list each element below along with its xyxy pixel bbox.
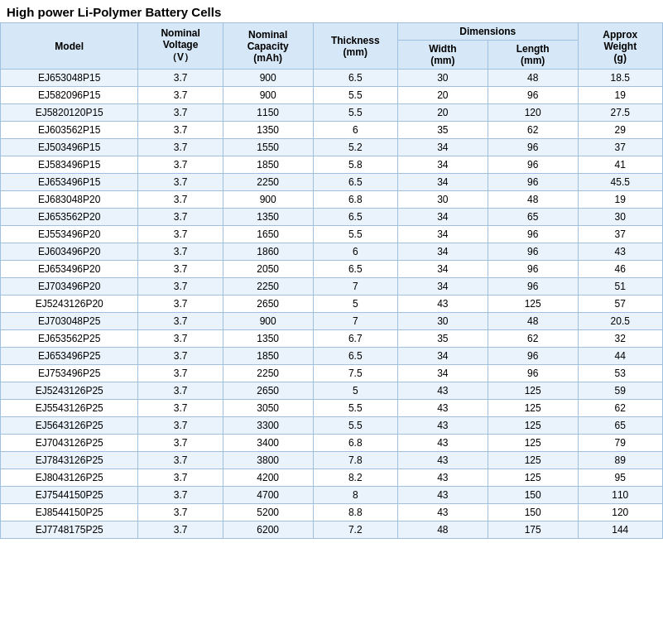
table-row: EJ553496P203.716505.5349637 [1, 226, 663, 243]
col-width: Width (mm) [397, 41, 488, 70]
table-row: EJ7043126P253.734006.84312579 [1, 435, 663, 452]
table-row: EJ583496P153.718505.8349641 [1, 156, 663, 174]
col-capacity: Nominal Capacity (mAh) [223, 23, 313, 70]
table-row: EJ7748175P253.762007.248175144 [1, 521, 663, 539]
table-row: EJ653048P153.79006.5304818.5 [1, 70, 663, 87]
table-row: EJ7544150P253.74700843150110 [1, 487, 663, 504]
table-row: EJ7843126P253.738007.84312589 [1, 452, 663, 469]
table-row: EJ653496P153.722506.5349645.5 [1, 174, 663, 191]
table-row: EJ582096P153.79005.5209619 [1, 87, 663, 104]
table-row: EJ5643126P253.733005.54312565 [1, 417, 663, 435]
col-weight: Approx Weight (g) [578, 23, 662, 70]
table-row: EJ653562P253.713506.7356232 [1, 330, 663, 348]
table-row: EJ683048P203.79006.8304819 [1, 191, 663, 209]
table-row: EJ8043126P253.742008.24312595 [1, 469, 663, 487]
page-title: High power Li-Polymer Battery Cells [0, 0, 663, 22]
table-row: EJ5820120P153.711505.52012027.5 [1, 104, 663, 122]
table-row: EJ5243126P253.7265054312559 [1, 382, 663, 400]
battery-table: Model Nominal Voltage （V） Nominal Capaci… [0, 22, 663, 539]
col-dimensions: Dimensions [397, 23, 578, 41]
table-row: EJ653496P203.720506.5349646 [1, 261, 663, 278]
col-model: Model [1, 23, 138, 70]
col-voltage: Nominal Voltage （V） [138, 23, 223, 70]
table-row: EJ753496P253.722507.5349653 [1, 365, 663, 382]
table-row: EJ703048P253.79007304820.5 [1, 313, 663, 330]
table-row: EJ703496P203.722507349651 [1, 278, 663, 296]
table-row: EJ603562P153.713506356229 [1, 122, 663, 139]
col-length: Length (mm) [488, 41, 578, 70]
table-row: EJ653496P253.718506.5349644 [1, 348, 663, 365]
table-row: EJ653562P203.713506.5346530 [1, 209, 663, 226]
col-thickness: Thickness (mm) [313, 23, 397, 70]
table-row: EJ5543126P253.730505.54312562 [1, 400, 663, 417]
table-row: EJ603496P203.718606349643 [1, 243, 663, 261]
table-row: EJ503496P153.715505.2349637 [1, 139, 663, 156]
table-body: EJ653048P153.79006.5304818.5EJ582096P153… [1, 70, 663, 539]
table-row: EJ8544150P253.752008.843150120 [1, 504, 663, 521]
table-row: EJ5243126P203.7265054312557 [1, 296, 663, 313]
